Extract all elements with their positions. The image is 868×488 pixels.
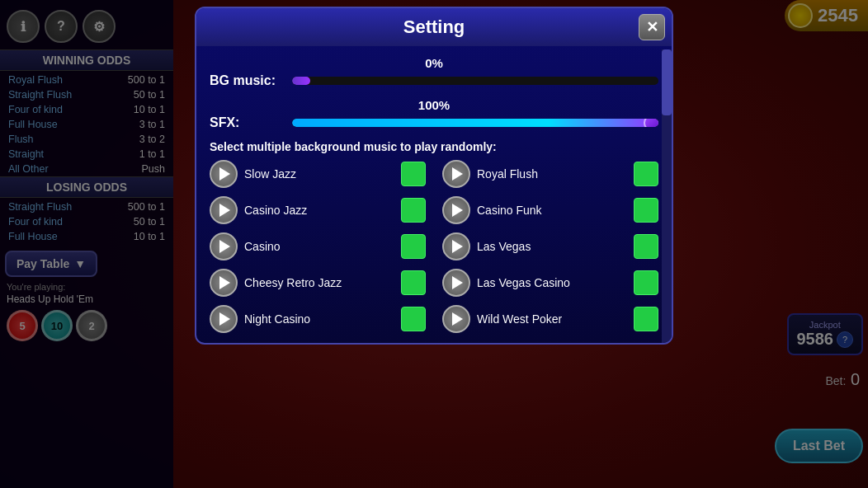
play-button[interactable] (210, 305, 238, 333)
music-name: Royal Flush (477, 167, 627, 181)
select-music-label: Select multiple background music to play… (210, 140, 658, 153)
music-toggle-button[interactable] (634, 307, 658, 331)
music-name: Las Vegas (477, 240, 627, 253)
modal-title: Setting (403, 16, 465, 37)
play-icon (219, 204, 230, 217)
play-icon (219, 240, 230, 253)
bg-music-label: BG music: (210, 73, 284, 88)
sfx-track (292, 119, 658, 127)
music-name: Casino Jazz (244, 204, 394, 217)
music-name: Night Casino (244, 312, 394, 326)
play-icon (219, 312, 230, 326)
bg-music-slider[interactable] (292, 72, 658, 90)
play-icon (452, 312, 463, 326)
music-toggle-button[interactable] (634, 162, 658, 186)
scroll-track (662, 49, 672, 343)
setting-modal: Setting ✕ 0% BG music: 100% SFX: (195, 7, 673, 345)
play-icon (452, 276, 463, 289)
play-button[interactable] (210, 269, 238, 297)
sfx-fill (292, 119, 658, 127)
music-name: Cheesy Retro Jazz (244, 276, 394, 289)
music-name: Slow Jazz (244, 167, 394, 181)
sfx-thumb (644, 119, 658, 127)
play-icon (219, 167, 230, 181)
music-item: Casino Jazz (210, 196, 426, 224)
play-button[interactable] (442, 196, 470, 224)
play-icon (452, 240, 463, 253)
music-toggle-button[interactable] (401, 198, 426, 223)
music-item: Las Vegas Casino (442, 269, 658, 297)
music-name: Las Vegas Casino (477, 276, 627, 289)
music-toggle-button[interactable] (401, 162, 426, 186)
music-toggle-button[interactable] (401, 234, 426, 259)
scroll-thumb[interactable] (662, 49, 672, 115)
modal-header: Setting ✕ (196, 8, 672, 46)
music-item: Las Vegas (442, 232, 658, 260)
music-item: Night Casino (210, 305, 426, 333)
play-icon (452, 204, 463, 217)
music-item: Royal Flush (442, 160, 658, 188)
sfx-percent: 100% (210, 98, 658, 112)
music-toggle-button[interactable] (401, 270, 426, 295)
music-name: Wild West Poker (477, 312, 627, 326)
music-toggle-button[interactable] (401, 307, 426, 331)
music-item: Casino (210, 232, 426, 260)
music-item: Cheesy Retro Jazz (210, 269, 426, 297)
music-name: Casino Funk (477, 204, 627, 217)
play-button[interactable] (210, 196, 238, 224)
music-grid: Slow Jazz Royal Flush Casino Jazz Casino… (210, 160, 658, 333)
music-item: Wild West Poker (442, 305, 658, 333)
music-toggle-button[interactable] (634, 198, 658, 223)
sfx-label: SFX: (210, 115, 284, 130)
music-toggle-button[interactable] (634, 234, 658, 259)
music-name: Casino (244, 240, 394, 253)
music-item: Casino Funk (442, 196, 658, 224)
bg-music-track (292, 77, 658, 85)
modal-body: 0% BG music: 100% SFX: (196, 46, 672, 343)
play-button[interactable] (442, 269, 470, 297)
bg-music-fill (292, 77, 310, 85)
bg-music-row: BG music: (210, 72, 658, 90)
music-toggle-button[interactable] (634, 270, 658, 295)
music-item: Slow Jazz (210, 160, 426, 188)
sfx-slider[interactable] (292, 114, 658, 132)
play-button[interactable] (210, 232, 238, 260)
sfx-row: SFX: (210, 114, 658, 132)
play-button[interactable] (442, 232, 470, 260)
play-button[interactable] (442, 160, 470, 188)
play-icon (219, 276, 230, 289)
modal-overlay: Setting ✕ 0% BG music: 100% SFX: (0, 0, 868, 488)
play-icon (452, 167, 463, 181)
play-button[interactable] (442, 305, 470, 333)
play-button[interactable] (210, 160, 238, 188)
modal-close-button[interactable]: ✕ (639, 14, 665, 40)
bg-music-percent: 0% (210, 56, 658, 70)
